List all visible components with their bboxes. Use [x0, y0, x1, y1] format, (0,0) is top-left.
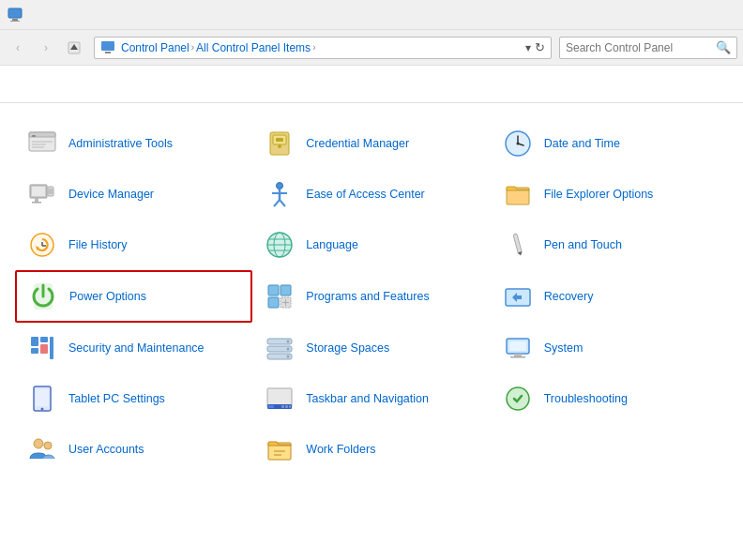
grid-item-language[interactable]: Language	[252, 219, 490, 270]
label-user-accounts: User Accounts	[68, 443, 144, 456]
svg-rect-24	[49, 189, 53, 194]
icon-storage-spaces	[263, 331, 296, 365]
up-button[interactable]	[62, 36, 86, 60]
svg-point-62	[287, 356, 290, 358]
forward-button[interactable]: ›	[34, 36, 58, 60]
svg-rect-56	[50, 337, 53, 359]
search-input[interactable]	[566, 41, 716, 54]
svg-rect-9	[32, 135, 36, 137]
label-recovery: Recovery	[544, 290, 594, 303]
grid-item-programs-and-features[interactable]: Programs and Features	[252, 270, 490, 323]
grid-item-storage-spaces[interactable]: Storage Spaces	[252, 323, 490, 373]
label-credential-manager: Credential Manager	[306, 137, 409, 150]
svg-rect-65	[514, 354, 522, 356]
grid-item-administrative-tools[interactable]: Administrative Tools	[15, 118, 252, 169]
label-date-and-time: Date and Time	[544, 137, 620, 150]
icon-file-history	[25, 228, 59, 262]
breadcrumb-sep-2: ›	[312, 42, 315, 53]
icon-recovery	[501, 280, 535, 313]
label-language: Language	[306, 238, 358, 251]
breadcrumb-bar[interactable]: Control Panel › All Control Panel Items …	[94, 37, 552, 59]
icon-file-explorer-options	[501, 177, 535, 211]
grid-item-file-history[interactable]: File History	[15, 219, 252, 270]
svg-rect-72	[268, 405, 274, 408]
breadcrumb-all-items[interactable]: All Control Panel Items	[196, 41, 311, 54]
label-power-options: Power Options	[69, 290, 146, 303]
icon-work-folders	[263, 432, 296, 466]
svg-rect-64	[509, 341, 526, 351]
grid-item-ease-of-access[interactable]: Ease of Access Center	[252, 169, 490, 219]
grid-item-tablet-pc-settings[interactable]: Tablet PC Settings	[15, 373, 252, 424]
breadcrumb-dropdown-button[interactable]: ▾	[525, 41, 531, 54]
label-security-and-maintenance: Security and Maintenance	[68, 341, 205, 355]
svg-rect-55	[40, 344, 48, 354]
label-device-manager: Device Manager	[68, 188, 154, 201]
label-ease-of-access: Ease of Access Center	[306, 188, 424, 201]
window-controls	[606, 0, 735, 30]
svg-rect-66	[510, 356, 525, 358]
search-bar[interactable]: 🔍	[559, 37, 737, 59]
icon-security-and-maintenance	[25, 331, 59, 365]
minimize-button[interactable]	[606, 0, 649, 30]
svg-rect-68	[36, 389, 49, 406]
grid-item-taskbar-and-navigation[interactable]: Taskbar and Navigation	[252, 373, 490, 424]
svg-rect-5	[101, 41, 114, 51]
content-toolbar	[0, 66, 743, 103]
svg-rect-54	[40, 337, 48, 342]
svg-rect-0	[8, 8, 22, 18]
label-troubleshooting: Troubleshooting	[544, 392, 628, 405]
refresh-button[interactable]: ↻	[535, 40, 545, 54]
svg-point-27	[277, 183, 283, 189]
maximize-button[interactable]	[649, 0, 692, 30]
label-tablet-pc-settings: Tablet PC Settings	[68, 392, 165, 405]
svg-rect-44	[34, 283, 53, 310]
label-file-history: File History	[68, 238, 128, 251]
breadcrumb-sep-1: ›	[191, 42, 194, 53]
grid-item-power-options[interactable]: Power Options	[15, 270, 252, 323]
search-icon[interactable]: 🔍	[716, 40, 731, 54]
grid-item-user-accounts[interactable]: User Accounts	[15, 424, 252, 475]
icon-power-options	[26, 280, 60, 313]
grid-item-credential-manager[interactable]: Credential Manager	[252, 118, 490, 169]
grid-item-recovery[interactable]: Recovery	[491, 270, 728, 323]
svg-rect-74	[285, 405, 288, 408]
svg-rect-46	[281, 285, 291, 295]
breadcrumb-control-panel[interactable]: Control Panel	[121, 41, 190, 54]
svg-rect-22	[32, 187, 45, 196]
svg-rect-26	[32, 202, 41, 204]
icon-troubleshooting	[501, 382, 535, 416]
grid-item-file-explorer-options[interactable]: File Explorer Options	[491, 169, 728, 219]
svg-rect-42	[513, 234, 523, 254]
grid-item-pen-and-touch[interactable]: Pen and Touch	[491, 219, 728, 270]
svg-point-77	[34, 439, 43, 448]
grid-item-troubleshooting[interactable]: Troubleshooting	[491, 373, 728, 424]
svg-point-60	[287, 348, 290, 351]
icon-language	[263, 228, 296, 262]
back-button[interactable]: ‹	[6, 36, 30, 60]
label-system: System	[544, 341, 584, 355]
svg-point-69	[41, 408, 44, 411]
icon-taskbar-and-navigation	[263, 382, 296, 416]
svg-rect-45	[268, 285, 279, 295]
label-administrative-tools: Administrative Tools	[68, 137, 173, 150]
svg-rect-6	[105, 52, 111, 53]
title-bar	[0, 0, 743, 30]
label-file-explorer-options: File Explorer Options	[544, 188, 654, 201]
grid-item-date-and-time[interactable]: Date and Time	[491, 118, 728, 169]
label-pen-and-touch: Pen and Touch	[544, 238, 622, 251]
svg-rect-53	[31, 348, 38, 354]
grid-item-system[interactable]: System	[491, 323, 728, 373]
grid-item-security-and-maintenance[interactable]: Security and Maintenance	[15, 323, 252, 373]
icon-ease-of-access	[263, 177, 296, 211]
svg-point-16	[278, 144, 281, 148]
svg-point-20	[516, 143, 519, 145]
grid-item-work-folders[interactable]: Work Folders	[252, 424, 490, 475]
label-programs-and-features: Programs and Features	[306, 290, 429, 303]
icon-programs-and-features	[263, 280, 296, 313]
svg-rect-75	[289, 405, 291, 408]
svg-point-78	[44, 442, 52, 449]
icon-date-and-time	[501, 127, 535, 160]
grid-item-device-manager[interactable]: Device Manager	[15, 169, 252, 219]
icon-tablet-pc-settings	[25, 382, 59, 416]
close-button[interactable]	[692, 0, 735, 30]
